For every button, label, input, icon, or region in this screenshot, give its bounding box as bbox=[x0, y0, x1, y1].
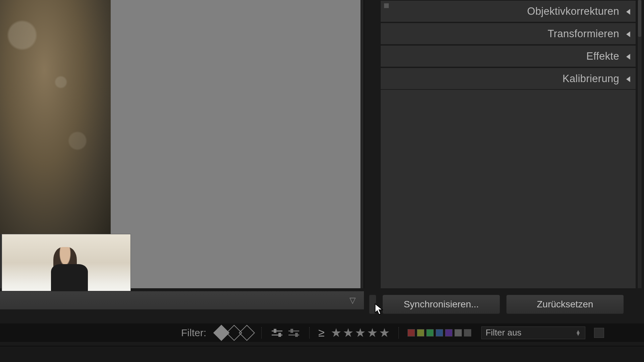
right-scrollbar-track[interactable] bbox=[637, 0, 642, 288]
preview-mask bbox=[111, 0, 361, 288]
panel-toggle-icon[interactable] bbox=[384, 3, 389, 8]
sync-button[interactable]: Synchronisieren... bbox=[382, 295, 500, 314]
color-chip[interactable] bbox=[445, 329, 452, 337]
color-chip[interactable] bbox=[417, 329, 424, 337]
chevron-down-icon[interactable]: ▽ bbox=[350, 296, 356, 305]
sliders-icon[interactable] bbox=[270, 327, 284, 339]
filter-lock-toggle[interactable] bbox=[594, 328, 604, 338]
filter-bar: Filter: ≥ ★ ★ ★ ★ ★ Filter aus ▲▼ bbox=[0, 323, 644, 342]
rating-comparator-icon[interactable]: ≥ bbox=[318, 326, 325, 339]
panel-effects[interactable]: Effekte ◀ bbox=[381, 45, 636, 67]
color-chip[interactable] bbox=[464, 329, 471, 337]
chevron-left-icon: ◀ bbox=[626, 74, 630, 83]
stepper-icon: ▲▼ bbox=[576, 330, 581, 336]
star-icon[interactable]: ★ bbox=[379, 327, 390, 339]
chevron-left-icon: ◀ bbox=[626, 7, 630, 16]
chevron-left-icon: ◀ bbox=[626, 52, 630, 61]
separator bbox=[309, 327, 310, 339]
star-icon[interactable]: ★ bbox=[367, 327, 378, 339]
star-icon[interactable]: ★ bbox=[355, 327, 366, 339]
panel-calibration[interactable]: Kalibrierung ◀ bbox=[381, 67, 636, 90]
panel-label: Effekte bbox=[586, 50, 619, 62]
flag-rejected-icon[interactable] bbox=[239, 324, 255, 341]
right-scrollbar-thumb[interactable] bbox=[638, 0, 641, 37]
reset-button[interactable]: Zurücksetzen bbox=[506, 295, 624, 314]
preview-photo bbox=[0, 0, 111, 235]
sliders-off-icon[interactable] bbox=[287, 327, 301, 339]
color-chip[interactable] bbox=[426, 329, 434, 337]
separator bbox=[398, 327, 399, 339]
reset-button-label: Zurücksetzen bbox=[537, 299, 593, 310]
panel-label: Transformieren bbox=[548, 28, 619, 40]
panel-transform[interactable]: Transformieren ◀ bbox=[381, 22, 636, 45]
star-icon[interactable]: ★ bbox=[331, 327, 341, 339]
filmstrip[interactable] bbox=[0, 346, 644, 362]
star-icon[interactable]: ★ bbox=[343, 327, 354, 339]
panel-divider[interactable] bbox=[361, 0, 364, 288]
color-chip[interactable] bbox=[408, 329, 415, 337]
filter-preset-value: Filter aus bbox=[486, 327, 522, 338]
color-chip[interactable] bbox=[436, 329, 443, 337]
sync-mode-switch[interactable] bbox=[369, 295, 376, 314]
flag-filter-group bbox=[216, 327, 253, 339]
color-label-filter bbox=[408, 329, 471, 337]
rating-filter: ★ ★ ★ ★ ★ bbox=[331, 327, 390, 339]
toolbar-strip: ▽ bbox=[0, 291, 364, 309]
sync-button-label: Synchronisieren... bbox=[404, 299, 479, 310]
color-chip[interactable] bbox=[454, 329, 462, 337]
panel-label: Objektivkorrekturen bbox=[527, 5, 619, 17]
filter-label: Filter: bbox=[181, 327, 206, 339]
panel-lens-corrections[interactable]: Objektivkorrekturen ◀ bbox=[381, 0, 636, 22]
separator bbox=[261, 327, 262, 339]
develop-panels: Objektivkorrekturen ◀ Transformieren ◀ E… bbox=[381, 0, 636, 288]
app-root: Objektivkorrekturen ◀ Transformieren ◀ E… bbox=[0, 0, 644, 362]
panel-label: Kalibrierung bbox=[562, 73, 619, 85]
chevron-left-icon: ◀ bbox=[626, 29, 630, 38]
action-button-row: Synchronisieren... Zurücksetzen bbox=[369, 294, 624, 314]
filter-preset-dropdown[interactable]: Filter aus ▲▼ bbox=[481, 326, 585, 339]
attribute-filter-group bbox=[270, 327, 301, 339]
